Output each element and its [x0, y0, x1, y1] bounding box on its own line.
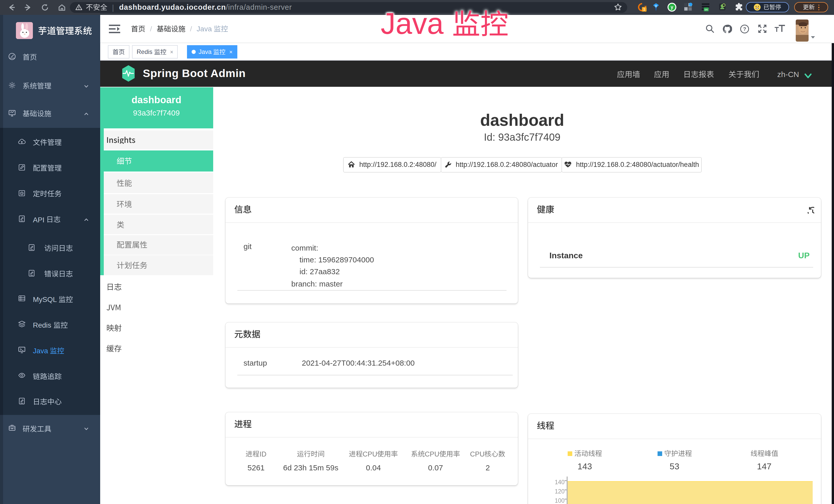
svg-text:y: y — [671, 5, 673, 10]
svg-text:on: on — [705, 8, 708, 11]
svg-text:?: ? — [743, 26, 746, 32]
svg-text:1: 1 — [643, 7, 645, 12]
